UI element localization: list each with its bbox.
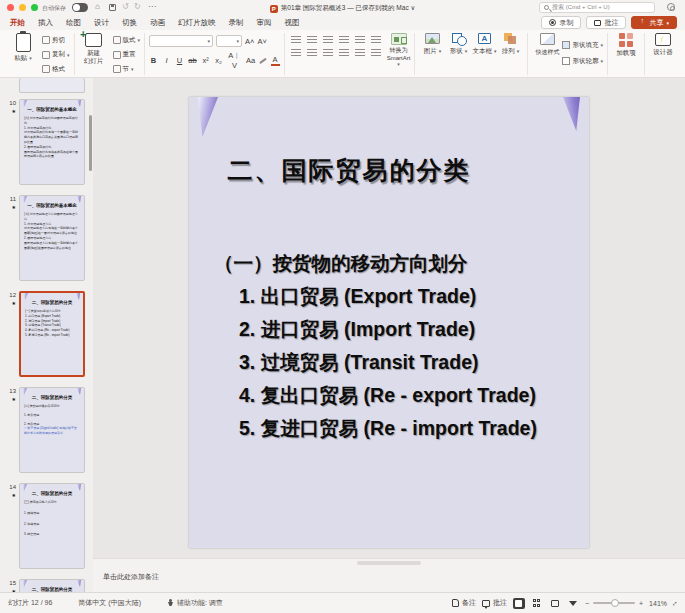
bold-button[interactable]: B: [149, 56, 158, 65]
layout-button[interactable]: 版式 ▾: [113, 34, 141, 46]
thumbnail-canvas[interactable]: 一、国际贸易的基本概念 (七) 对外贸易地理方向和国际贸易地理方向 1. 对外贸…: [19, 195, 85, 281]
line-spacing-icon[interactable]: [355, 36, 365, 44]
font-size-select[interactable]: ▾: [216, 35, 242, 47]
title-chevron-icon: ∨: [410, 4, 415, 11]
zoom-out-button[interactable]: −: [585, 600, 589, 607]
tab-animations[interactable]: 动画: [149, 16, 166, 30]
convert-smartart-button[interactable]: 转换为SmartArt ▾: [387, 33, 411, 67]
notes-pane[interactable]: 单击此处添加备注: [93, 558, 685, 592]
zoom-percentage[interactable]: 141%: [649, 600, 667, 607]
quick-styles-button[interactable]: 快速样式: [532, 33, 562, 57]
bullets-icon[interactable]: [291, 36, 301, 44]
slide-thumbnail-12-selected[interactable]: 12 ★ 二、国际贸易的分类 (一) 按货物的移动方向划分 1. 出口贸易 (E…: [0, 291, 93, 377]
slide-thumbnail-15[interactable]: 15 ★ 二、国际贸易的分类: [0, 579, 93, 592]
slide-thumbnail-partial[interactable]: [19, 78, 85, 93]
align-center-icon[interactable]: [307, 49, 317, 57]
grow-font-button[interactable]: A˄: [245, 37, 254, 46]
textbox-button[interactable]: A 文本框 ▾: [471, 33, 497, 56]
tab-home[interactable]: 开始: [9, 16, 26, 30]
thumbnail-canvas[interactable]: 二、国际贸易的分类 (三) 按商品运输方式划分 1. 陆路贸易 2. 海路贸易 …: [19, 483, 85, 569]
shape-fill-button[interactable]: 形状填充 ▾: [562, 39, 603, 51]
tab-slideshow[interactable]: 幻灯片放映: [177, 16, 217, 30]
slide-title[interactable]: 二、国际贸易的分类: [149, 154, 549, 187]
normal-view-button[interactable]: [513, 598, 525, 609]
slide-thumbnail-10[interactable]: 10 ★ 一、国际贸易的基本概念 (六) 对外贸易商品结构和国际贸易商品结构 1…: [0, 99, 93, 185]
slideshow-button[interactable]: [567, 598, 579, 609]
thumbnail-canvas[interactable]: 二、国际贸易的分类: [19, 579, 85, 592]
increase-indent-icon[interactable]: [339, 36, 349, 44]
tab-insert[interactable]: 插入: [37, 16, 54, 30]
accessibility-status[interactable]: 辅助功能: 调查: [167, 598, 223, 608]
slide-thumbnail-13[interactable]: 13 ★ 二、国际贸易的分类 (二) 按交易对象的形态划分 1. 有形贸易 2.…: [0, 387, 93, 473]
language-selector[interactable]: 简体中文 (中国大陆): [78, 598, 141, 608]
thumbnail-canvas[interactable]: 二、国际贸易的分类 (一) 按货物的移动方向划分 1. 出口贸易 (Export…: [19, 291, 85, 377]
panel-scrollbar[interactable]: [89, 115, 92, 171]
copy-button[interactable]: 复制 ▾: [42, 49, 70, 61]
animation-star-icon[interactable]: ★: [12, 108, 16, 114]
addins-button[interactable]: 加载项: [612, 33, 640, 58]
reading-view-button[interactable]: [549, 598, 561, 609]
align-right-icon[interactable]: [323, 49, 333, 57]
shapes-button[interactable]: 形状 ▾: [445, 33, 471, 56]
zoom-in-button[interactable]: +: [639, 600, 643, 607]
comments-icon: [482, 600, 490, 607]
animation-star-icon[interactable]: ★: [12, 300, 16, 306]
slide-thumbnail-14[interactable]: 14 ★ 二、国际贸易的分类 (三) 按商品运输方式划分 1. 陆路贸易 2. …: [0, 483, 93, 569]
record-button[interactable]: 录制: [541, 16, 581, 29]
picture-button[interactable]: 图片 ▾: [419, 33, 445, 56]
align-text-icon[interactable]: [371, 49, 381, 57]
change-case-button[interactable]: Aa: [246, 56, 255, 65]
zoom-slider[interactable]: [593, 602, 635, 604]
underline-button[interactable]: U: [175, 56, 184, 65]
cut-button[interactable]: 剪切: [42, 34, 70, 46]
animation-star-icon[interactable]: ★: [12, 396, 16, 402]
tab-record[interactable]: 录制: [228, 16, 245, 30]
font-name-select[interactable]: ▾: [149, 35, 213, 47]
fit-slide-icon[interactable]: ↕: [670, 598, 679, 607]
superscript-button[interactable]: x²: [201, 56, 210, 65]
notes-toggle-button[interactable]: 备注: [452, 598, 476, 608]
comments-button[interactable]: 批注: [586, 16, 626, 29]
animation-star-icon[interactable]: ★: [12, 492, 16, 498]
align-left-icon[interactable]: [291, 49, 301, 57]
arrange-button[interactable]: 排列 ▾: [497, 33, 523, 56]
columns-icon[interactable]: [371, 36, 381, 44]
character-spacing-button[interactable]: A︱V: [227, 51, 242, 70]
tab-view[interactable]: 视图: [284, 16, 301, 30]
search-icon: [544, 5, 549, 10]
slide-canvas[interactable]: 二、国际贸易的分类 （一）按货物的移动方向划分 1. 出口贸易 (Export …: [189, 97, 589, 548]
designer-button[interactable]: 设计器: [649, 33, 677, 57]
tab-transitions[interactable]: 切换: [121, 16, 138, 30]
animation-star-icon[interactable]: ★: [12, 204, 16, 210]
shrink-font-button[interactable]: A˅: [257, 37, 266, 46]
subscript-button[interactable]: x₂: [214, 56, 223, 65]
notes-placeholder: 单击此处添加备注: [103, 572, 159, 582]
font-color-button[interactable]: A: [271, 56, 280, 66]
share-button[interactable]: 共享 ▾: [631, 16, 677, 29]
new-slide-button[interactable]: 新建幻灯片: [79, 33, 109, 65]
numbering-icon[interactable]: [307, 36, 317, 44]
text-direction-icon[interactable]: [355, 49, 365, 57]
zoom-slider-knob[interactable]: [611, 599, 619, 607]
strikethrough-button[interactable]: ab: [188, 56, 197, 65]
italic-button[interactable]: I: [162, 56, 171, 65]
justify-icon[interactable]: [339, 49, 349, 57]
section-button[interactable]: 节 ▾: [113, 63, 141, 75]
highlight-pen-icon[interactable]: [259, 57, 266, 63]
slide-body[interactable]: （一）按货物的移动方向划分 1. 出口贸易 (Export Trade) 2. …: [189, 247, 589, 445]
decrease-indent-icon[interactable]: [323, 36, 333, 44]
shape-outline-button[interactable]: 形状轮廓 ▾: [562, 55, 603, 67]
paste-button[interactable]: 粘贴 ▾: [8, 33, 38, 62]
tab-design[interactable]: 设计: [93, 16, 110, 30]
notes-resize-handle[interactable]: [357, 561, 421, 565]
slide-sorter-view-button[interactable]: [531, 598, 543, 609]
comments-toggle-button[interactable]: 批注: [482, 598, 507, 608]
format-painter-button[interactable]: 格式: [42, 63, 70, 75]
tab-review[interactable]: 审阅: [256, 16, 273, 30]
share-link-icon[interactable]: [667, 3, 675, 11]
search-input[interactable]: 搜索 (Cmd + Ctrl + U): [539, 2, 655, 13]
reset-button[interactable]: 重置: [113, 49, 141, 61]
thumbnail-canvas[interactable]: 一、国际贸易的基本概念 (六) 对外贸易商品结构和国际贸易商品结构 1. 对外贸…: [19, 99, 85, 185]
thumbnail-canvas[interactable]: 二、国际贸易的分类 (二) 按交易对象的形态划分 1. 有形贸易 2. 无形贸易…: [19, 387, 85, 473]
slide-thumbnail-11[interactable]: 11 ★ 一、国际贸易的基本概念 (七) 对外贸易地理方向和国际贸易地理方向 1…: [0, 195, 93, 281]
